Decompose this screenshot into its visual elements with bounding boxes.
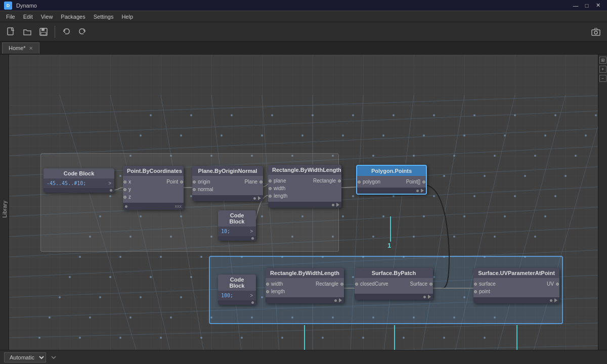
svg-point-56	[544, 134, 546, 136]
menu-settings[interactable]: Settings	[90, 13, 118, 21]
svg-point-157	[170, 316, 172, 318]
svg-point-81	[565, 175, 567, 177]
port-length1-dot	[269, 195, 272, 198]
plane-header: Plane.ByOriginNormal	[192, 166, 263, 176]
code-block-1-header: Code Block	[44, 168, 114, 178]
svg-point-133	[190, 276, 192, 278]
svg-point-155	[89, 316, 91, 318]
svg-point-52	[382, 134, 384, 136]
tabbar: Home* ✕	[0, 41, 607, 55]
surface-uv-node[interactable]: Surface.UVParameterAtPoint surface UV po…	[473, 268, 559, 303]
code-block-2-node[interactable]: Code Block 10; >	[218, 210, 256, 241]
rect1-header: Rectangle.ByWidthLength	[268, 165, 341, 175]
svg-point-177	[484, 337, 486, 339]
point-by-coordinates-node[interactable]: Point.ByCoordinates x Point y z xxx	[123, 166, 184, 210]
svg-point-120	[160, 256, 162, 258]
svg-point-93	[554, 195, 556, 197]
svg-point-114	[413, 236, 415, 238]
svg-point-80	[524, 175, 526, 177]
main-canvas-area[interactable]: Library	[0, 55, 607, 364]
svg-rect-2	[41, 28, 45, 31]
svg-point-79	[484, 175, 486, 177]
port-z-dot	[123, 196, 126, 199]
open-button[interactable]	[20, 25, 34, 39]
menu-help[interactable]: Help	[117, 13, 137, 21]
zoom-out-button[interactable]: −	[599, 75, 606, 82]
svg-rect-4	[592, 30, 600, 35]
svg-point-119	[119, 256, 121, 258]
run-mode-select[interactable]: Automatic Manual Periodic	[4, 352, 46, 362]
code-block-3-node[interactable]: Code Block 100; >	[218, 275, 256, 305]
home-tab[interactable]: Home* ✕	[2, 42, 39, 54]
app-icon: D	[4, 2, 12, 10]
svg-point-45	[595, 114, 597, 116]
rect1-footer-dot	[332, 204, 334, 206]
menu-view[interactable]: View	[37, 13, 57, 21]
svg-point-67	[494, 155, 496, 157]
new-button[interactable]	[4, 25, 18, 39]
library-panel[interactable]: Library	[0, 55, 9, 364]
rectangle-by-wl-1-node[interactable]: Rectangle.ByWidthLength plane Rectangle …	[268, 165, 341, 208]
port-rect2-out-dot	[340, 283, 343, 286]
zoom-fit-button[interactable]: ⊞	[599, 57, 606, 64]
surface-patch-header: Surface.ByPatch	[355, 268, 433, 278]
svg-point-171	[241, 337, 243, 339]
svg-point-176	[443, 337, 445, 339]
svg-point-37	[271, 114, 273, 116]
run-mode-chevron-icon	[50, 354, 57, 361]
svg-point-89	[393, 195, 395, 197]
svg-point-91	[473, 195, 475, 197]
polygon-points-node[interactable]: Polygon.Points polygon Point[]	[356, 165, 427, 195]
port-polygon-dot	[358, 180, 361, 184]
surface-by-patch-node[interactable]: Surface.ByPatch closedCurve Surface	[355, 268, 433, 300]
polygon-header: Polygon.Points	[357, 166, 426, 176]
svg-point-47	[180, 134, 182, 136]
menu-file[interactable]: File	[2, 13, 19, 21]
svg-point-100	[342, 215, 344, 217]
camera-button[interactable]	[589, 25, 603, 39]
port-points-out-dot	[422, 180, 425, 184]
app-title: Dynamo	[16, 3, 37, 9]
port-point-in-dot	[474, 290, 477, 293]
svg-point-105	[544, 215, 546, 217]
save-button[interactable]	[36, 25, 51, 39]
canvas-label-1: 1	[387, 242, 391, 249]
svg-point-90	[433, 195, 435, 197]
svg-point-113	[372, 236, 374, 238]
maximize-button[interactable]: □	[582, 2, 592, 10]
minimize-button[interactable]: —	[571, 2, 581, 10]
canvas[interactable]: Code Block -45..45..#10; > Point.ByCoord…	[9, 55, 607, 364]
port-point-dot	[180, 180, 183, 184]
svg-point-116	[494, 236, 496, 238]
plane-by-origin-normal-node[interactable]: Plane.ByOriginNormal origin Plane normal	[192, 166, 263, 201]
surface-patch-footer-dot	[423, 296, 426, 298]
svg-point-132	[150, 276, 152, 278]
svg-point-34	[150, 114, 152, 116]
menu-edit[interactable]: Edit	[19, 13, 37, 21]
point-body: x Point y z	[123, 176, 184, 203]
zoom-in-button[interactable]: +	[599, 66, 606, 73]
menubar: File Edit View Packages Settings Help	[0, 11, 607, 22]
svg-point-117	[534, 236, 536, 238]
svg-point-103	[463, 215, 465, 217]
tab-close-button[interactable]: ✕	[29, 46, 33, 51]
redo-icon	[78, 27, 87, 36]
svg-point-154	[49, 316, 51, 318]
svg-point-172	[281, 337, 283, 339]
close-button[interactable]: ✕	[593, 2, 603, 10]
redo-button[interactable]	[75, 25, 90, 39]
svg-point-35	[190, 114, 192, 116]
port-width1-dot	[269, 187, 272, 190]
svg-point-143	[99, 296, 101, 298]
svg-point-38	[312, 114, 314, 116]
rect2-footer-tri	[339, 298, 342, 302]
menu-packages[interactable]: Packages	[57, 13, 89, 21]
library-label[interactable]: Library	[1, 197, 9, 222]
svg-point-40	[393, 114, 395, 116]
rectangle-by-wl-2-node[interactable]: Rectangle.ByWidthLength width Rectangle …	[266, 268, 344, 303]
code-block-1-node[interactable]: Code Block -45..45..#10; >	[44, 168, 114, 193]
undo-button[interactable]	[59, 25, 73, 39]
port-normal-dot	[193, 188, 196, 191]
rect2-footer-dot	[334, 299, 337, 302]
plane-footer-dot	[253, 197, 256, 200]
